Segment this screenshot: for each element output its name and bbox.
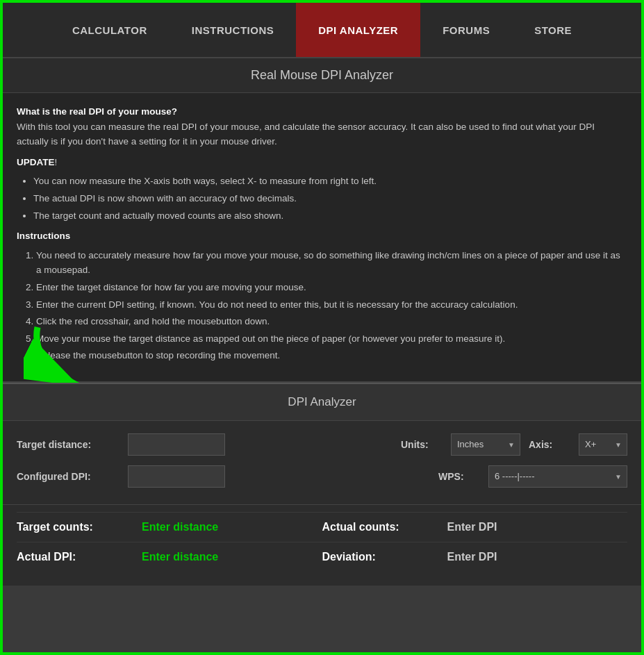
actual-dpi-label: Actual DPI:: [17, 551, 142, 563]
deviation-value: Enter DPI: [447, 551, 497, 563]
units-select-wrapper: Inches Centimeters: [451, 433, 520, 456]
update-suffix: !: [55, 157, 58, 167]
wps-select[interactable]: 1 -----|----- 2 -----|----- 3 -----|----…: [488, 465, 627, 488]
nav-dpi-analyzer[interactable]: DPI ANALYZER: [296, 3, 420, 57]
update-item-3: The target count and actually moved coun…: [33, 208, 627, 224]
actual-counts-item: Actual counts: Enter DPI: [322, 521, 628, 533]
analyzer-section: DPI Analyzer Target distance: Units: Inc…: [3, 383, 641, 586]
form-right-wps: WPS: 1 -----|----- 2 -----|----- 3 -----…: [438, 465, 627, 488]
instruction-4: Click the red crosshair, and hold the mo…: [36, 314, 627, 329]
results-row-1: Target counts: Enter distance Actual cou…: [17, 512, 627, 542]
update-item-1: You can now measure the X-axis both ways…: [33, 174, 627, 189]
update-item-2: The actual DPI is now shown with an accu…: [33, 191, 627, 206]
instruction-2: Enter the target distance for how far yo…: [36, 280, 627, 295]
actual-dpi-item: Actual DPI: Enter distance: [17, 551, 322, 563]
nav-instructions[interactable]: INSTRUCTIONS: [170, 3, 297, 57]
intro-text: With this tool you can measure the real …: [17, 119, 627, 149]
configured-dpi-label: Configured DPI:: [17, 471, 128, 482]
page-title: Real Mouse DPI Analyzer: [3, 58, 641, 93]
axis-select[interactable]: X+ X- Y+ Y-: [579, 433, 627, 456]
form-row-dpi: Configured DPI: WPS: 1 -----|----- 2 ---…: [17, 465, 627, 488]
form-row-target: Target distance: Units: Inches Centimete…: [17, 433, 627, 456]
actual-dpi-value: Enter distance: [142, 551, 218, 563]
wps-label: WPS:: [438, 471, 480, 482]
results-row-2: Actual DPI: Enter distance Deviation: En…: [17, 542, 627, 572]
axis-select-wrapper: X+ X- Y+ Y-: [579, 433, 627, 456]
intro-bold: What is the real DPI of your mouse?: [17, 106, 177, 117]
instruction-5: Move your mouse the target distance as m…: [36, 331, 627, 347]
nav-forums[interactable]: FORUMS: [420, 3, 512, 57]
target-distance-input[interactable]: [128, 433, 225, 456]
instructions-list: You need to accurately measure how far y…: [36, 248, 627, 363]
wps-select-wrapper: 1 -----|----- 2 -----|----- 3 -----|----…: [488, 465, 627, 488]
form-area: Target distance: Units: Inches Centimete…: [3, 421, 641, 505]
nav-store[interactable]: STORE: [512, 3, 594, 57]
deviation-item: Deviation: Enter DPI: [322, 551, 628, 563]
form-right-units: Units: Inches Centimeters Axis: X+ X- Y+: [401, 433, 627, 456]
instruction-6: Release the mousebutton to stop recordin…: [36, 348, 627, 363]
update-list: You can now measure the X-axis both ways…: [33, 174, 627, 223]
target-counts-label: Target counts:: [17, 521, 142, 533]
analyzer-header: DPI Analyzer: [3, 383, 641, 421]
target-counts-value: Enter distance: [142, 521, 218, 533]
results-area: Target counts: Enter distance Actual cou…: [3, 505, 641, 586]
main-content: Real Mouse DPI Analyzer What is the real…: [3, 58, 641, 586]
instruction-1: You need to accurately measure how far y…: [36, 248, 627, 278]
instructions-label: Instructions: [17, 231, 70, 241]
units-select[interactable]: Inches Centimeters: [451, 433, 520, 456]
update-label: UPDATE: [17, 157, 55, 167]
deviation-label: Deviation:: [322, 551, 447, 563]
units-label: Units:: [401, 439, 443, 450]
actual-counts-value: Enter DPI: [447, 521, 497, 533]
configured-dpi-input[interactable]: [128, 465, 225, 488]
axis-label: Axis:: [529, 439, 570, 450]
instruction-3: Enter the current DPI setting, if known.…: [36, 297, 627, 313]
navigation: CALCULATOR INSTRUCTIONS DPI ANALYZER FOR…: [3, 3, 641, 58]
nav-calculator[interactable]: CALCULATOR: [50, 3, 170, 57]
target-distance-label: Target distance:: [17, 439, 128, 450]
target-counts-item: Target counts: Enter distance: [17, 521, 322, 533]
actual-counts-label: Actual counts:: [322, 521, 447, 533]
